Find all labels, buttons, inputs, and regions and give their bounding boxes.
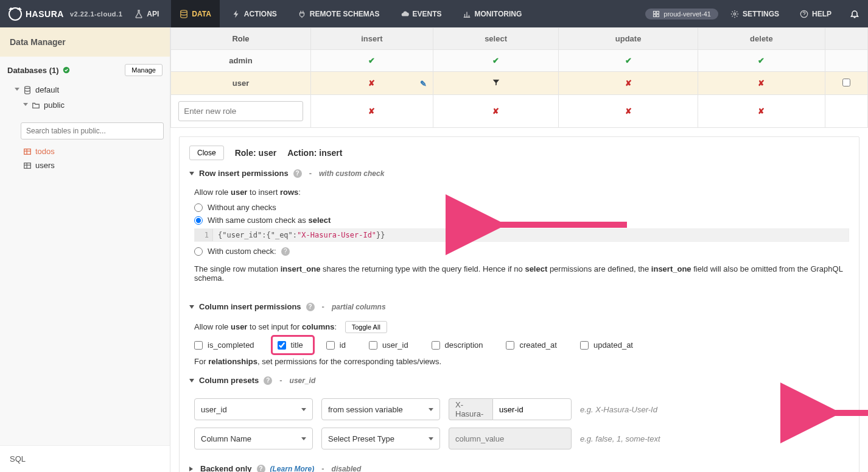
new-role-input[interactable]	[178, 101, 303, 121]
section-column-insert[interactable]: Column insert permissions ? - partial co…	[189, 302, 849, 311]
perm-cell-insert[interactable]: ✘✎	[311, 72, 433, 95]
help-icon[interactable]: ?	[281, 247, 290, 256]
databases-count: Databases (1)	[7, 66, 59, 75]
col-checkbox-is_completed[interactable]: is_completed	[194, 340, 254, 350]
database-icon	[23, 86, 32, 94]
version-text: v2.22.1-cloud.1	[70, 10, 122, 18]
schema-name: public	[44, 100, 65, 110]
database-icon	[180, 10, 188, 18]
nav-label: API	[147, 10, 159, 18]
chevron-down-icon	[189, 172, 194, 175]
preset-type-select[interactable]: from session variable	[321, 398, 440, 420]
col-checkbox-id[interactable]: id	[326, 340, 346, 350]
nav-help[interactable]: HELP	[791, 0, 840, 27]
bell-icon[interactable]	[850, 9, 859, 19]
perm-cell[interactable]: ✔	[433, 50, 558, 72]
manage-button[interactable]: Manage	[125, 64, 163, 76]
col-checkbox-created_at[interactable]: created_at	[506, 340, 556, 350]
radio-custom-check[interactable]: With custom check: ?	[194, 247, 849, 256]
editor-role-label: Role: user	[235, 148, 276, 158]
close-button[interactable]: Close	[189, 146, 224, 160]
role-row-new: ✘ ✘ ✘ ✘	[171, 95, 868, 128]
content-panel: Role insert select update delete admin ✔…	[170, 27, 868, 472]
chevron-down-icon	[15, 88, 19, 91]
svg-rect-10	[24, 163, 31, 168]
sidebar: Data Manager Databases (1) Manage defaul…	[0, 27, 170, 472]
th-insert: insert	[311, 28, 433, 50]
perm-cell-select[interactable]	[433, 72, 558, 95]
chevron-down-icon	[189, 379, 194, 382]
flask-icon	[135, 10, 143, 18]
pencil-icon[interactable]: ✎	[420, 79, 427, 88]
insert-one-note: The single row mutation insert_one share…	[194, 264, 849, 283]
logo[interactable]: HASURA v2.22.1-cloud.1	[9, 7, 122, 21]
perm-cell[interactable]: ✘	[433, 95, 558, 128]
perm-cell[interactable]: ✘	[698, 95, 825, 128]
perm-cell[interactable]: ✘	[559, 95, 698, 128]
radio-no-checks[interactable]: Without any checks	[194, 203, 849, 212]
clone-cell[interactable]	[825, 72, 868, 95]
nav-label: ACTIONS	[244, 10, 277, 18]
svg-point-5	[733, 13, 736, 15]
nav-remote-schemas[interactable]: REMOTE SCHEMAS	[289, 0, 388, 27]
radio-same-as-select[interactable]: With same custom check as select	[194, 216, 849, 225]
perm-cell[interactable]: ✔	[311, 50, 433, 72]
nav-monitoring[interactable]: MONITORING	[454, 0, 531, 27]
section-backend-only[interactable]: Backend only ? (Learn More) - disabled	[189, 464, 849, 472]
th-update: update	[559, 28, 698, 50]
db-tree-item[interactable]: default	[12, 82, 165, 97]
nav-api[interactable]: API	[126, 0, 167, 27]
preset-column-select[interactable]: Column Name	[194, 428, 313, 449]
allow-text: Allow role user to insert rows:	[194, 188, 849, 197]
help-icon[interactable]: ?	[257, 465, 265, 473]
nav-label: EVENTS	[413, 10, 442, 18]
col-checkbox-updated_at[interactable]: updated_at	[580, 340, 633, 350]
section-row-insert[interactable]: Row insert permissions ? - with custom c…	[189, 169, 849, 178]
nav-label: SETTINGS	[743, 10, 779, 18]
table-link-users[interactable]: users	[23, 158, 170, 172]
chevron-right-icon	[189, 467, 195, 471]
perm-cell[interactable]: ✘	[311, 95, 433, 128]
nav-events[interactable]: EVENTS	[392, 0, 450, 27]
section-subtext: with custom check	[319, 169, 384, 178]
folder-icon	[32, 101, 40, 110]
perm-cell-delete[interactable]: ✘	[698, 72, 825, 95]
gear-icon	[730, 10, 739, 18]
line-number: 1	[195, 229, 213, 241]
help-icon[interactable]: ?	[293, 169, 302, 178]
chevron-down-icon	[23, 103, 28, 106]
code-text: {"user_id":{"_eq":"X-Hasura-User-Id"}}	[213, 229, 390, 241]
section-subtext: user_id	[290, 376, 316, 385]
chevron-down-icon	[301, 408, 306, 411]
preset-value-input[interactable]	[492, 398, 572, 420]
perm-cell[interactable]: ✔	[559, 50, 698, 72]
col-checkbox-description[interactable]: description	[432, 340, 483, 350]
grid-icon	[653, 10, 660, 18]
nav-actions[interactable]: ACTIONS	[223, 0, 285, 27]
preset-type-select[interactable]: Select Preset Type	[321, 428, 440, 449]
help-icon[interactable]: ?	[264, 376, 272, 385]
perm-cell-update[interactable]: ✘	[559, 72, 698, 95]
clone-checkbox[interactable]	[842, 79, 850, 86]
nav-settings[interactable]: SETTINGS	[722, 0, 788, 27]
filter-icon	[492, 78, 500, 86]
project-pill[interactable]: proud-vervet-41	[645, 9, 718, 19]
table-link-todos[interactable]: todos	[23, 144, 170, 158]
col-checkbox-user_id[interactable]: user_id	[369, 340, 408, 350]
role-row-admin: admin ✔ ✔ ✔ ✔	[171, 50, 868, 72]
schema-tree-item[interactable]: public	[12, 97, 165, 113]
col-checkbox-title[interactable]: title	[273, 337, 313, 353]
preset-column-select[interactable]: user_id	[194, 398, 313, 420]
learn-more-link[interactable]: (Learn More)	[270, 465, 315, 473]
sql-link[interactable]: SQL	[0, 445, 170, 472]
perm-cell[interactable]: ✔	[698, 50, 825, 72]
chevron-down-icon	[429, 408, 433, 411]
relationships-note: For relationships, set permissions for t…	[194, 357, 849, 366]
section-column-presets[interactable]: Column presets ? - user_id	[189, 376, 849, 385]
allow-columns-text: Allow role user to set input for columns…	[194, 321, 849, 333]
svg-rect-1	[654, 11, 656, 13]
toggle-all-button[interactable]: Toggle All	[345, 321, 387, 333]
nav-data[interactable]: DATA	[171, 0, 220, 27]
help-icon[interactable]: ?	[306, 303, 315, 311]
search-tables-input[interactable]	[21, 122, 164, 139]
